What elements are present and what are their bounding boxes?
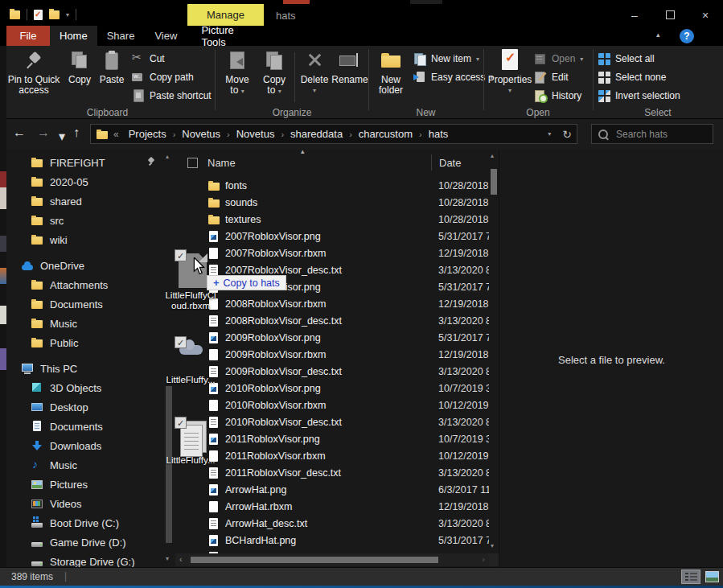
column-divider[interactable] — [431, 154, 432, 171]
select-all-checkbox[interactable] — [187, 158, 198, 168]
sidebar-item[interactable]: Public — [6, 333, 163, 352]
copy-path-button[interactable]: Copy path — [132, 69, 194, 85]
breadcrumb-segment[interactable]: Projects — [124, 128, 171, 140]
properties-check-icon[interactable] — [34, 10, 43, 20]
breadcrumb-segment[interactable]: Novetus — [232, 128, 280, 140]
file-row[interactable]: 2011RobloxVisor.png 10/7/2019 3 — [175, 430, 489, 447]
file-row[interactable]: 2009RobloxVisor_desc.txt 3/13/2020 8 — [175, 363, 489, 380]
pin-to-quick-access-button[interactable]: Pin to Quick access — [5, 48, 63, 96]
manage-contextual-tab[interactable]: Manage — [187, 4, 264, 26]
breadcrumb-segment[interactable]: Novetus — [177, 128, 225, 140]
scrollbar-thumb[interactable] — [191, 557, 438, 563]
file-row[interactable]: ArrowHat.rbxm 12/19/2018 — [175, 498, 489, 515]
sidebar-item[interactable]: Videos — [6, 494, 163, 513]
file-row[interactable]: 2007RobloxVisor.rbxm 12/19/2018 — [175, 245, 489, 261]
file-row[interactable]: sounds 10/28/2018 — [175, 194, 489, 211]
recent-locations-caret-icon[interactable]: ▾ — [59, 129, 65, 144]
file-row[interactable]: 2010RobloxVisor.rbxm 10/12/2019 — [175, 397, 489, 413]
breadcrumb-separator-icon[interactable]: › — [227, 130, 230, 139]
invert-selection-button[interactable]: Invert selection — [598, 88, 680, 104]
folder-icon[interactable] — [10, 10, 20, 19]
address-bar[interactable]: « Projects›Novetus›Novetus›shareddata›ch… — [90, 124, 577, 144]
up-button[interactable]: ↑ — [73, 125, 80, 140]
search-input[interactable] — [614, 128, 723, 141]
address-dropdown-caret-icon[interactable]: ▾ — [548, 130, 551, 138]
sidebar-item[interactable]: Desktop — [6, 397, 163, 417]
new-item-button[interactable]: New item ▾ — [413, 51, 479, 67]
maximize-button[interactable] — [652, 4, 688, 26]
file-row[interactable]: textures 10/28/2018 — [175, 211, 489, 228]
sidebar-item[interactable]: Downloads — [6, 436, 163, 455]
file-row[interactable]: 2010RobloxVisor_desc.txt 3/13/2020 8 — [175, 413, 489, 430]
large-icons-view-button[interactable] — [704, 569, 720, 584]
file-row[interactable]: ArrowHat.png 6/3/2017 11 — [175, 481, 489, 498]
breadcrumb-overflow-icon[interactable]: « — [113, 129, 119, 140]
file-row[interactable]: fonts 10/28/2018 — [175, 177, 489, 194]
file-row[interactable]: 2011RobloxVisor_desc.txt 3/13/2020 8 — [175, 464, 489, 481]
sidebar-item[interactable]: Music — [6, 314, 163, 333]
new-folder-button[interactable]: New folder — [372, 48, 410, 96]
ribbon-tab[interactable]: View — [144, 26, 187, 46]
cut-button[interactable]: Cut — [132, 51, 165, 67]
scroll-down-icon[interactable]: ▾ — [491, 542, 494, 549]
sidebar-item[interactable]: Storage Drive (G:) — [6, 552, 163, 567]
sidebar-item[interactable]: Documents — [6, 294, 163, 314]
select-none-button[interactable]: Select none — [598, 69, 666, 85]
breadcrumb-segment[interactable]: charcustom — [354, 128, 417, 140]
minimize-button[interactable]: – — [617, 4, 652, 26]
scroll-up-icon[interactable]: ▴ — [166, 153, 169, 160]
breadcrumb-segment[interactable]: shareddata — [286, 128, 347, 140]
rename-button[interactable]: Rename — [331, 48, 368, 85]
forward-button[interactable]: → — [37, 125, 50, 140]
file-row[interactable]: 2010RobloxVisor.png 10/7/2019 3 — [175, 380, 489, 397]
edit-button[interactable]: Edit — [534, 69, 569, 85]
sidebar-item[interactable]: OneDrive — [6, 256, 163, 275]
breadcrumb-segment[interactable]: hats — [424, 128, 454, 140]
scroll-right-icon[interactable]: › — [482, 554, 485, 564]
scrollbar-thumb[interactable] — [491, 169, 497, 195]
search-box[interactable] — [591, 124, 713, 144]
easy-access-button[interactable]: Easy access ▾ — [413, 69, 493, 85]
customize-toolbar-caret-icon[interactable]: ▾ — [66, 11, 69, 19]
close-button[interactable]: × — [688, 4, 723, 26]
file-row[interactable]: 2007RobloxVisor.png 5/31/2017 7 — [175, 228, 489, 245]
file-row[interactable]: BCHardHat.png 5/31/2017 7 — [175, 532, 489, 549]
paste-shortcut-button[interactable]: Paste shortcut — [132, 88, 212, 104]
breadcrumb-separator-icon[interactable]: › — [173, 130, 176, 139]
ribbon-tab[interactable]: File — [6, 26, 50, 46]
file-row[interactable]: 2009RobloxVisor.png 5/31/2017 7 — [175, 329, 489, 346]
scroll-down-icon[interactable]: ▾ — [166, 555, 169, 562]
select-all-button[interactable]: Select all — [598, 51, 655, 67]
copy-to-button[interactable]: Copy to ▾ — [256, 48, 293, 97]
ribbon-tab[interactable]: Home — [50, 26, 97, 46]
sidebar-item[interactable]: Attachments — [6, 275, 163, 294]
column-header-date[interactable]: Date — [439, 157, 461, 169]
move-to-button[interactable]: Move to ▾ — [219, 48, 256, 97]
scroll-up-icon[interactable]: ▴ — [491, 152, 494, 159]
ribbon-tab[interactable]: Share — [97, 26, 145, 46]
refresh-icon[interactable]: ↻ — [562, 128, 572, 141]
column-header-name[interactable]: Name — [207, 157, 236, 169]
sidebar-item[interactable]: Music — [6, 455, 163, 475]
sidebar-item[interactable]: Pictures — [6, 475, 163, 494]
history-button[interactable]: History — [534, 88, 581, 104]
file-row[interactable]: 2008RobloxVisor.rbxm 12/19/2018 — [175, 295, 489, 312]
sidebar-item[interactable]: 3D Objects — [6, 378, 163, 397]
sidebar-item[interactable]: This PC — [6, 359, 163, 378]
open-button[interactable]: Open ▾ — [534, 51, 583, 67]
sidebar-item[interactable]: Game Drive (D:) — [6, 532, 163, 552]
sidebar-item[interactable]: Boot Drive (C:) — [6, 513, 163, 532]
back-button[interactable]: ← — [13, 125, 26, 140]
breadcrumb-separator-icon[interactable]: › — [281, 130, 284, 139]
properties-button[interactable]: Properties ▾ — [489, 48, 531, 96]
scroll-left-icon[interactable]: ‹ — [179, 554, 183, 564]
ribbon-tab[interactable]: Picture Tools — [191, 26, 268, 46]
list-horizontal-scrollbar[interactable]: ‹ › — [175, 553, 489, 566]
sidebar-item[interactable]: wiki — [6, 230, 163, 249]
breadcrumb-separator-icon[interactable]: › — [349, 130, 352, 139]
sidebar-item[interactable]: FIREFIGHT — [6, 153, 163, 172]
list-vertical-scrollbar[interactable]: ▴ ▾ — [489, 150, 499, 553]
collapse-ribbon-icon[interactable]: ▴ — [656, 31, 660, 39]
breadcrumb-separator-icon[interactable]: › — [419, 130, 422, 139]
sidebar-item[interactable]: shared — [6, 191, 163, 211]
